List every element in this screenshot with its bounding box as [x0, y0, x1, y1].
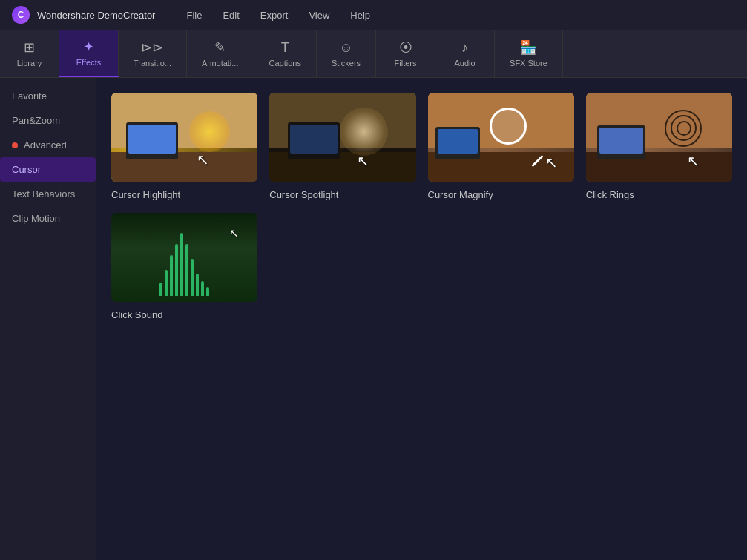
tab-audio[interactable]: ♪ Audio — [435, 30, 495, 77]
sound-bar-10 — [206, 287, 209, 296]
menu-export[interactable]: Export — [251, 7, 297, 24]
cursor-label: Cursor — [12, 164, 41, 175]
menu-view[interactable]: View — [300, 7, 338, 24]
sound-bar-7 — [191, 259, 194, 296]
sidebar-item-pan-zoom[interactable]: Pan&Zoom — [0, 108, 96, 133]
effects-icon: ✦ — [83, 39, 94, 55]
effect-card-cursor-magnify[interactable]: ↖ Cursor Magnify — [428, 93, 574, 201]
sfx-store-icon: 🏪 — [520, 39, 536, 56]
cursor-magnify-label: Cursor Magnify — [428, 189, 493, 200]
menu-edit[interactable]: Edit — [214, 7, 248, 24]
advanced-dot — [12, 142, 18, 148]
effect-card-cursor-highlight[interactable]: ↖ Cursor Highlight — [111, 93, 257, 201]
sidebar-item-advanced[interactable]: Advanced — [0, 133, 96, 157]
effect-card-cursor-spotlight[interactable]: ↖ Cursor Spotlight — [269, 93, 415, 201]
audio-icon: ♪ — [461, 40, 468, 56]
sidebar: Favorite Pan&Zoom Advanced Cursor Text B… — [0, 78, 96, 560]
advanced-label: Advanced — [24, 139, 67, 151]
cursor-highlight-thumb: ↖ — [111, 93, 257, 182]
menu-file[interactable]: File — [177, 7, 211, 24]
tab-captions[interactable]: T Captions — [254, 30, 317, 77]
tab-stickers[interactable]: ☺ Stickers — [317, 30, 376, 77]
effects-grid: ↖ Cursor Highlight — [111, 93, 732, 321]
menu-help[interactable]: Help — [341, 7, 379, 24]
captions-icon: T — [281, 40, 289, 56]
sound-bar-1 — [159, 283, 162, 296]
library-icon: ⊞ — [24, 39, 35, 56]
click-ring-3 — [665, 110, 702, 147]
sidebar-item-cursor[interactable]: Cursor — [0, 157, 96, 182]
cursor-spotlight-label: Cursor Spotlight — [269, 189, 338, 200]
cursor-magnify-cursor-icon: ↖ — [545, 154, 558, 171]
toolbar: ⊞ Library ✦ Effects ⊳⊳ Transitio... ✎ An… — [0, 30, 747, 78]
cursor-magnify-thumb: ↖ — [428, 93, 574, 182]
tab-transitions[interactable]: ⊳⊳ Transitio... — [119, 30, 187, 77]
tab-filters[interactable]: ⦿ Filters — [376, 30, 435, 77]
tab-effects[interactable]: ✦ Effects — [59, 30, 119, 77]
menu-bar: File Edit Export View Help — [177, 7, 379, 24]
click-sound-thumb: ↖ — [111, 213, 257, 302]
sound-bar-5 — [180, 233, 183, 296]
cursor-spotlight-cursor-icon: ↖ — [357, 152, 369, 170]
sidebar-item-text-behaviors[interactable]: Text Behaviors — [0, 182, 96, 206]
filters-icon: ⦿ — [399, 40, 412, 56]
titlebar: C Wondershare DemoCreator File Edit Expo… — [0, 0, 747, 30]
effects-content: ↖ Cursor Highlight — [96, 78, 747, 560]
effect-card-click-rings[interactable]: ↖ Click Rings — [586, 93, 732, 201]
pan-zoom-label: Pan&Zoom — [12, 115, 60, 126]
click-rings-label: Click Rings — [586, 189, 634, 200]
sound-bar-9 — [201, 281, 204, 296]
sound-bar-6 — [185, 244, 188, 296]
cursor-highlight-cursor-icon: ↖ — [197, 151, 209, 168]
annotations-icon: ✎ — [214, 39, 226, 56]
sound-bar-8 — [196, 274, 199, 296]
sound-bar-4 — [175, 244, 178, 296]
sidebar-item-favorite[interactable]: Favorite — [0, 84, 96, 108]
app-title: Wondershare DemoCreator — [37, 10, 155, 21]
tab-sfx-store[interactable]: 🏪 SFX Store — [495, 30, 563, 77]
sound-bar-3 — [170, 255, 173, 296]
stickers-icon: ☺ — [339, 40, 352, 56]
tab-library[interactable]: ⊞ Library — [0, 30, 59, 77]
click-sound-label: Click Sound — [111, 309, 162, 320]
cursor-spotlight-thumb: ↖ — [269, 93, 415, 182]
app-logo: C — [12, 6, 30, 24]
sound-bar-2 — [165, 270, 168, 296]
text-behaviors-label: Text Behaviors — [12, 188, 75, 200]
clip-motion-label: Clip Motion — [12, 213, 60, 224]
click-rings-cursor-icon: ↖ — [687, 152, 700, 170]
cursor-highlight-label: Cursor Highlight — [111, 189, 180, 200]
favorite-label: Favorite — [12, 90, 47, 102]
magnify-glass-circle — [490, 108, 527, 145]
sidebar-item-clip-motion[interactable]: Clip Motion — [0, 206, 96, 231]
click-rings-thumb: ↖ — [586, 93, 732, 182]
click-sound-cursor-icon: ↖ — [229, 226, 239, 240]
tab-annotations[interactable]: ✎ Annotati... — [187, 30, 254, 77]
transitions-icon: ⊳⊳ — [141, 39, 163, 56]
effect-card-click-sound[interactable]: ↖ Click Sound — [111, 213, 257, 321]
main-layout: Favorite Pan&Zoom Advanced Cursor Text B… — [0, 78, 747, 560]
